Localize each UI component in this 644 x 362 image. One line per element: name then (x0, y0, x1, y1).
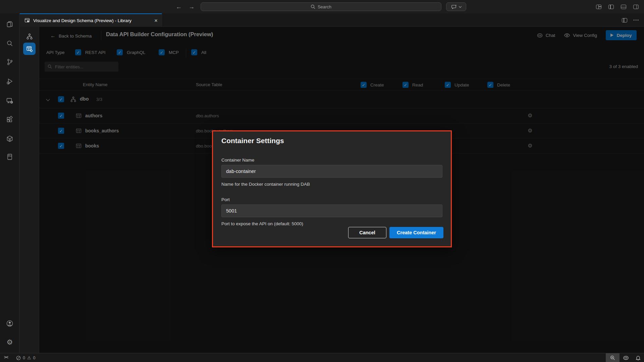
container-name-label: Container Name (221, 158, 254, 163)
customize-layout-icon[interactable] (596, 5, 601, 9)
titlebar: ← → Search (0, 0, 644, 13)
zoom-in-icon (610, 355, 615, 360)
zoom-status-button[interactable] (606, 353, 620, 362)
settings-gear-icon[interactable] (0, 334, 19, 350)
extensions-icon[interactable] (0, 112, 19, 128)
chevron-down-icon (459, 5, 461, 7)
toggle-primary-sidebar-icon[interactable] (608, 5, 614, 9)
history-back-button[interactable]: ← (176, 3, 182, 10)
tab-title: Visualize and Design Schema (Preview) - … (33, 18, 131, 23)
container-name-help: Name for the Docker container running DA… (221, 182, 310, 187)
copilot-chat-icon (451, 4, 457, 9)
table-config-icon (26, 46, 33, 52)
more-actions-icon[interactable] (633, 17, 639, 23)
toggle-secondary-sidebar-icon[interactable] (633, 5, 639, 9)
dialog-title: Container Settings (221, 137, 284, 145)
command-center-search[interactable]: Search (201, 2, 441, 11)
container-tools-icon[interactable] (0, 131, 19, 147)
explorer-icon[interactable] (0, 16, 19, 32)
warning-count: 0 (33, 356, 36, 360)
close-icon[interactable] (154, 18, 158, 23)
split-editor-icon[interactable] (622, 18, 627, 22)
remote-explorer-icon[interactable] (0, 93, 19, 109)
activity-bar (0, 13, 19, 353)
tab-visualize-design-schema[interactable]: Visualize and Design Schema (Preview) - … (20, 13, 162, 27)
bell-icon (636, 355, 641, 360)
create-container-button[interactable]: Create Container (389, 227, 443, 238)
container-name-input[interactable] (221, 165, 442, 178)
status-bar: 0 0 (0, 353, 644, 362)
port-help: Port to expose the API on (default: 5000… (221, 221, 303, 226)
dab-config-view-button[interactable] (23, 43, 36, 55)
database-projects-icon[interactable] (0, 149, 19, 165)
problems-indicator[interactable]: 0 0 (16, 353, 36, 362)
container-settings-dialog: Container Settings Container Name Name f… (212, 130, 452, 247)
search-label: Search (318, 4, 331, 9)
copilot-icon (623, 355, 629, 360)
cancel-button[interactable]: Cancel (348, 227, 386, 238)
copilot-status-button[interactable] (620, 353, 632, 362)
schema-view-button[interactable] (23, 30, 36, 43)
vscode-window: ← → Search Visualize and Design Schema (… (0, 0, 644, 362)
hierarchy-icon (26, 33, 33, 40)
search-icon (311, 4, 315, 9)
source-control-icon[interactable] (0, 54, 19, 70)
error-count: 0 (23, 356, 25, 360)
tab-bar: Visualize and Design Schema (Preview) - … (19, 13, 644, 27)
schema-toolbar (19, 27, 39, 353)
run-debug-icon[interactable] (0, 73, 19, 89)
port-label: Port (221, 197, 230, 202)
history-forward-button[interactable]: → (189, 3, 195, 10)
remote-indicator-icon[interactable] (4, 355, 8, 360)
account-icon[interactable] (0, 315, 19, 331)
warning-icon (27, 355, 31, 360)
copilot-chat-button[interactable] (446, 2, 466, 11)
search-view-icon[interactable] (0, 36, 19, 52)
port-input[interactable] (221, 204, 442, 217)
toggle-panel-icon[interactable] (621, 5, 626, 9)
schema-designer-icon (24, 18, 30, 23)
notifications-bell-button[interactable] (632, 353, 644, 362)
error-icon (16, 356, 21, 360)
